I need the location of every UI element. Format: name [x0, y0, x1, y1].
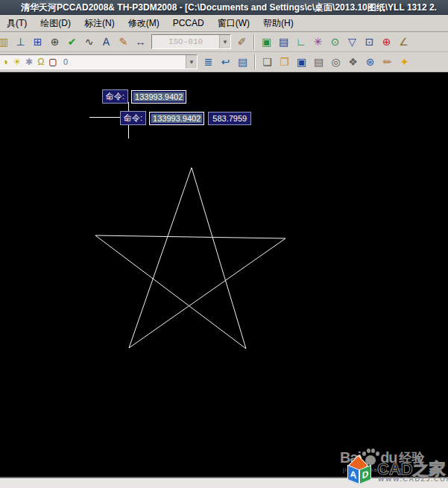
layer-thaw-icon[interactable]: ☀	[11, 57, 23, 67]
layer-name: 0	[61, 57, 68, 66]
save-file-icon[interactable]: ▣	[294, 54, 309, 70]
symbol-library-icon[interactable]: ✳	[310, 34, 326, 50]
datum-symbol-icon[interactable]: ⊕	[379, 34, 394, 50]
watermark: Bai du 经验 jingyan.baidu.com A D CAD之家 WW…	[334, 438, 448, 487]
surface-roughness-icon[interactable]: ▽	[344, 34, 360, 50]
command-input[interactable]: 133993.9402	[131, 90, 186, 104]
print-preview-icon[interactable]: ◎	[328, 54, 344, 70]
command-tooltip-2: 命令: 133993.9402 583.7959	[120, 111, 251, 125]
smart-erase-icon[interactable]: ✦	[397, 54, 412, 70]
fit-tolerance-icon[interactable]: ⊞	[30, 34, 45, 50]
toolbar-dimension: ▥ ⊥ ⊞ ⊕ ✔ ∿ A ✎ ↔ ISO-010 ▼ ✐ ▣ ▤	[0, 32, 448, 52]
窗口(W)[interactable]: 窗口(W)	[211, 15, 256, 32]
dimension-update-icon[interactable]: ✐	[234, 34, 250, 50]
drawing-canvas[interactable]: 命令: 133993.9402 命令: 133993.9402 583.7959	[0, 72, 448, 478]
layer-previous-icon[interactable]: ↩	[218, 54, 233, 70]
star-drawing	[0, 72, 448, 478]
PCCAD[interactable]: PCCAD	[166, 16, 211, 31]
new-file-icon[interactable]: ❏	[259, 54, 275, 70]
command-label: 命令:	[120, 111, 146, 125]
command-label: 命令:	[102, 89, 128, 104]
toolbar-dim-mid-group: ✐	[233, 34, 250, 50]
format-painter-icon[interactable]: ✏	[379, 54, 395, 70]
layer-viewport-freeze-icon[interactable]: ✱	[23, 57, 35, 67]
toolbar-separator	[254, 54, 256, 69]
dimension-edit-icon[interactable]: ✎	[116, 34, 131, 50]
bom-table-icon[interactable]: ▤	[276, 34, 291, 50]
layer-visibility-icon[interactable]: ◑	[0, 57, 11, 67]
dim-style-partial-icon[interactable]: ▥	[0, 34, 11, 50]
coordinate-x-value: 133993.9402	[151, 114, 202, 123]
window-title: 清华天河PCCAD2008& TH-P3DM2008 - [C:\Documen…	[21, 2, 437, 13]
menu-bar: 具(T) 绘图(D) 标注(N) 修改(M) PCCAD 窗口(W) 帮助(H)	[0, 15, 448, 32]
publish-web-icon[interactable]: ⊛	[362, 54, 378, 70]
标注(N)[interactable]: 标注(N)	[78, 15, 122, 32]
帮助(H)[interactable]: 帮助(H)	[256, 15, 300, 32]
window-titlebar[interactable]: 清华天河PCCAD2008& TH-P3DM2008 - [C:\Documen…	[0, 0, 448, 15]
wave-line-icon[interactable]: ∿	[81, 34, 97, 50]
layer-translate-icon[interactable]: ≣	[201, 54, 216, 70]
layer-unlock-icon[interactable]: Ω	[35, 57, 47, 67]
command-tooltip-1: 命令: 133993.9402	[102, 89, 190, 104]
toolbar-dim-left-group: ▥ ⊥ ⊞ ⊕ ✔ ∿ A ✎ ↔	[0, 34, 149, 50]
toolbar-standard: ◑ ☀ ✱ Ω ▢ 0 ▼ ≣ ↩ ▤ ❏	[0, 52, 448, 72]
toolbar-separator	[253, 34, 255, 49]
layer-tools-group: ≣ ↩ ▤	[200, 54, 251, 70]
具(T)[interactable]: 具(T)	[0, 15, 34, 32]
layer-combo-field: ◑ ☀ ✱ Ω ▢ 0	[0, 55, 186, 69]
dimension-style-combo[interactable]: ISO-010 ▼	[151, 34, 231, 49]
command-input-value: 133993.9402	[133, 92, 184, 101]
ordinate-dimension-icon[interactable]: ⊥	[13, 34, 28, 50]
layer-color-swatch[interactable]: ▢	[47, 57, 59, 67]
layer-manager-icon[interactable]: ▤	[235, 54, 250, 70]
tolerance-frame-icon[interactable]: ⊡	[362, 34, 377, 50]
chevron-down-icon[interactable]: ▼	[186, 55, 197, 69]
crosshair-hline	[89, 117, 122, 118]
dimension-check-icon[interactable]: ✔	[64, 34, 80, 50]
绘图(D)[interactable]: 绘图(D)	[34, 15, 78, 32]
coordinate-x-input[interactable]: 133993.9402	[149, 112, 204, 125]
file-tools-group: ❏ ❐ ▣ ▤ ◎ ❖ ⊛ ✏ ✦	[259, 54, 413, 70]
cadzj-cube-logo: A D	[344, 457, 377, 487]
toolbar-dim-right-group: ▣ ▤ ∟ ✳ ⊙ ▽ ⊡ ⊕ ∠	[258, 34, 412, 50]
chamfer-dimension-icon[interactable]: ∠	[396, 34, 411, 50]
plot-icon[interactable]: ❖	[345, 54, 361, 70]
open-file-icon[interactable]: ❐	[277, 54, 292, 70]
layer-state-icons: ◑ ☀ ✱ Ω ▢	[0, 57, 59, 67]
linear-dimension-icon[interactable]: ↔	[133, 34, 148, 50]
leader-note-icon[interactable]: ∟	[293, 34, 309, 50]
balloon-number-icon[interactable]: ▣	[259, 34, 274, 50]
cadzj-site-url: WWW.CADZJ.COM	[378, 475, 448, 483]
chevron-down-icon[interactable]: ▼	[219, 35, 230, 48]
layer-combo[interactable]: ◑ ☀ ✱ Ω ▢ 0 ▼	[0, 54, 198, 69]
datum-target-icon[interactable]: ⊙	[327, 34, 343, 50]
修改(M)[interactable]: 修改(M)	[122, 15, 166, 32]
dimension-text-icon[interactable]: A	[98, 34, 114, 50]
center-mark-icon[interactable]: ⊕	[47, 34, 63, 50]
coordinate-y-value: 583.7959	[208, 112, 251, 125]
print-icon[interactable]: ▤	[311, 54, 326, 70]
dimension-style-value: ISO-010	[152, 35, 219, 48]
